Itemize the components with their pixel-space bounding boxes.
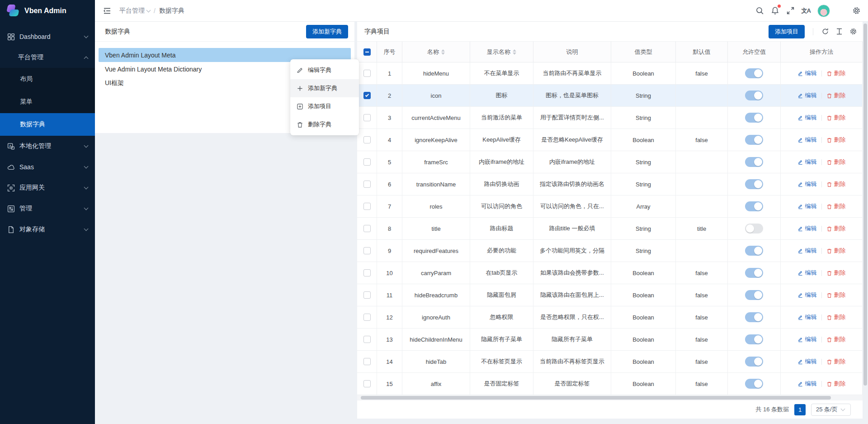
column-header-display-name[interactable]: 显示名称 [470,42,533,62]
allow-empty-toggle[interactable] [745,246,763,256]
row-checkbox[interactable] [363,70,371,77]
row-checkbox[interactable] [363,358,371,365]
edit-button[interactable]: 编辑 [797,136,817,144]
delete-button[interactable]: 删除 [826,224,846,233]
row-checkbox[interactable] [363,314,371,321]
edit-button[interactable]: 编辑 [797,335,817,343]
sidebar-item-localization[interactable]: A 本地化管理 [0,136,95,157]
row-checkbox[interactable] [363,247,371,254]
allow-empty-toggle[interactable] [745,135,763,145]
sidebar-item-object-storage[interactable]: 对象存储 [0,219,95,240]
select-all-checkbox[interactable] [363,48,371,56]
delete-button[interactable]: 删除 [826,180,846,188]
context-menu-add-item[interactable]: 添加项目 [290,97,359,115]
logo[interactable]: Vben Admin [0,0,95,22]
sidebar-item-data-dictionary[interactable]: 数据字典 [0,113,95,136]
allow-empty-toggle[interactable] [745,357,763,367]
delete-button[interactable]: 删除 [826,202,846,210]
sidebar-item-layout[interactable]: 布局 [0,68,95,91]
edit-button[interactable]: 编辑 [797,69,817,77]
sort-icon[interactable] [513,49,516,55]
add-item-button[interactable]: 添加项目 [769,25,805,38]
row-checkbox[interactable] [363,203,371,210]
edit-button[interactable]: 编辑 [797,158,817,166]
delete-button[interactable]: 删除 [826,269,846,277]
allow-empty-toggle[interactable] [745,179,763,189]
delete-button[interactable]: 删除 [826,335,846,343]
gear-icon[interactable] [849,28,857,35]
delete-button[interactable]: 删除 [826,357,846,366]
edit-button[interactable]: 编辑 [797,291,817,299]
edit-button[interactable]: 编辑 [797,247,817,255]
allow-empty-toggle[interactable] [745,91,763,100]
sidebar-group-platform[interactable]: 平台管理 [0,47,95,68]
allow-empty-toggle[interactable] [745,201,763,211]
row-checkbox[interactable] [363,336,371,343]
sort-icon[interactable] [441,49,445,55]
delete-button[interactable]: 删除 [826,291,846,299]
edit-button[interactable]: 编辑 [797,114,817,122]
edit-button[interactable]: 编辑 [797,91,817,100]
add-dictionary-button[interactable]: 添加新字典 [306,25,348,38]
delete-button[interactable]: 删除 [826,247,846,255]
delete-button[interactable]: 删除 [826,380,846,388]
context-menu-edit-dictionary[interactable]: 编辑字典 [290,61,359,79]
row-checkbox[interactable] [363,158,371,166]
breadcrumb-item-platform[interactable]: 平台管理 [119,7,150,15]
row-checkbox[interactable] [363,291,371,299]
delete-button[interactable]: 删除 [826,69,846,77]
edit-button[interactable]: 编辑 [797,357,817,366]
page-number-button[interactable]: 1 [794,404,806,415]
menu-fold-icon[interactable] [103,7,111,15]
row-checkbox[interactable] [363,380,371,387]
sidebar-item-manage[interactable]: 管理 [0,198,95,219]
page-size-select[interactable]: 25 条/页 [811,404,851,416]
horizontal-scrollbar[interactable] [357,395,863,400]
avatar[interactable] [817,5,830,17]
delete-button[interactable]: 删除 [826,114,846,122]
edit-button[interactable]: 编辑 [797,180,817,188]
row-checkbox[interactable] [363,269,371,276]
allow-empty-toggle[interactable] [745,157,763,167]
column-header-name[interactable]: 名称 [402,42,470,62]
allow-empty-toggle[interactable] [745,68,763,78]
delete-button[interactable]: 删除 [826,158,846,166]
sidebar-item-menu[interactable]: 菜单 [0,91,95,113]
allow-empty-toggle[interactable] [745,379,763,389]
fullscreen-icon[interactable] [786,6,795,15]
row-checkbox[interactable] [363,181,371,188]
row-checkbox[interactable] [363,114,371,121]
allow-empty-toggle[interactable] [745,224,763,233]
notification-bell-icon[interactable] [771,6,779,15]
row-checkbox[interactable] [363,136,371,143]
edit-button[interactable]: 编辑 [797,380,817,388]
edit-button[interactable]: 编辑 [797,202,817,210]
context-menu-delete-dictionary[interactable]: 删除字典 [290,115,359,133]
row-checkbox[interactable] [363,92,371,99]
search-icon[interactable] [755,6,764,15]
language-icon[interactable]: 文A [802,7,811,15]
sidebar-item-gateway[interactable]: 应用网关 [0,177,95,198]
refresh-icon[interactable] [821,28,829,35]
row-height-icon[interactable] [835,28,843,35]
allow-empty-toggle[interactable] [745,312,763,322]
edit-button[interactable]: 编辑 [797,269,817,277]
edit-button[interactable]: 编辑 [797,224,817,233]
horizontal-scrollbar-thumb[interactable] [361,396,831,400]
sidebar-item-dashboard[interactable]: Dashboard [0,26,95,47]
allow-empty-toggle[interactable] [745,113,763,123]
sidebar-item-saas[interactable]: Saas [0,157,95,177]
vertical-scrollbar-thumb[interactable] [863,24,867,386]
row-checkbox[interactable] [363,225,371,232]
delete-button[interactable]: 删除 [826,91,846,100]
delete-button[interactable]: 删除 [826,313,846,321]
settings-gear-icon[interactable] [852,6,861,15]
allow-empty-toggle[interactable] [745,268,763,278]
table-row: 15 affix 是否固定标签 是否固定标签 Boolean false [357,373,863,395]
delete-button[interactable]: 删除 [826,136,846,144]
edit-button[interactable]: 编辑 [797,313,817,321]
vertical-scrollbar[interactable] [863,24,867,422]
allow-empty-toggle[interactable] [745,290,763,300]
context-menu-add-dictionary[interactable]: 添加新字典 [290,79,359,97]
allow-empty-toggle[interactable] [745,334,763,344]
